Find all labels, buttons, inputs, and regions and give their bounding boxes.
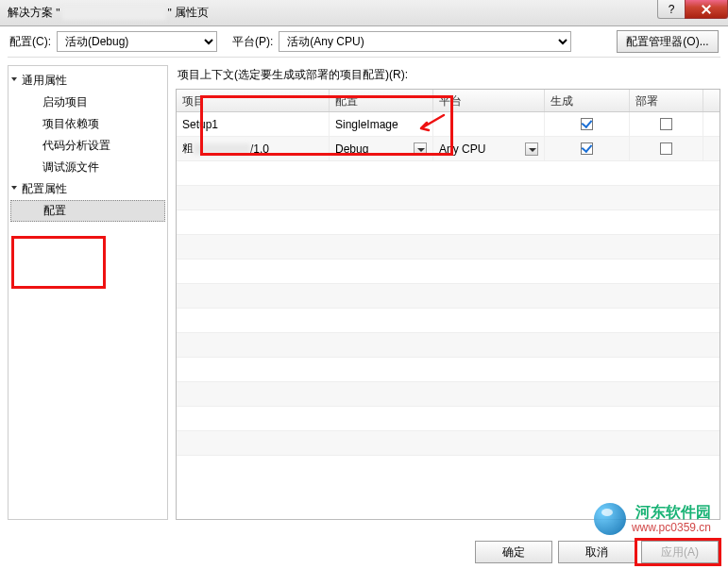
tree-startup[interactable]: 启动项目	[10, 92, 165, 113]
watermark: 河东软件园 www.pc0359.cn	[594, 503, 711, 535]
col-build[interactable]: 生成	[545, 90, 630, 111]
deploy-checkbox[interactable]	[660, 118, 672, 130]
config-label: 配置(C):	[9, 34, 51, 50]
help-button[interactable]: ?	[657, 0, 686, 19]
apply-button[interactable]: 应用(A)	[641, 541, 719, 563]
deploy-checkbox[interactable]	[660, 142, 672, 155]
watermark-name: 河东软件园	[632, 503, 711, 521]
context-label: 项目上下文(选定要生成或部署的项目配置)(R):	[178, 67, 720, 83]
annotation-arrow-icon	[415, 113, 446, 134]
col-platform[interactable]: 平台	[433, 90, 545, 111]
table-row[interactable]: Setup1 SingleImage	[177, 112, 720, 137]
close-icon	[702, 5, 711, 14]
tree-analysis[interactable]: 代码分析设置	[10, 135, 165, 157]
dropdown-icon[interactable]	[525, 142, 538, 156]
platform-select[interactable]: 活动(Any CPU)	[279, 31, 571, 52]
tree-config[interactable]: 配置	[10, 200, 165, 222]
cell-platform[interactable]: Any CPU	[433, 137, 545, 160]
title-redacted	[62, 7, 166, 20]
watermark-url: www.pc0359.cn	[632, 521, 711, 534]
tree-deps[interactable]: 项目依赖项	[10, 113, 165, 135]
cell-project: Setup1	[177, 112, 330, 136]
dialog-footer: 确定 取消 应用(A)	[475, 541, 719, 563]
col-project[interactable]: 项目	[177, 90, 330, 111]
tree-config-props[interactable]: 配置属性	[10, 178, 165, 200]
build-checkbox[interactable]	[581, 142, 593, 155]
cell-project: 粗/1.0	[177, 137, 330, 160]
nav-tree: 通用属性 启动项目 项目依赖项 代码分析设置 调试源文件 配置属性 配置	[8, 65, 168, 520]
cell-config[interactable]: Debug	[330, 137, 433, 160]
ok-button[interactable]: 确定	[475, 541, 552, 563]
dropdown-icon[interactable]	[414, 142, 427, 156]
config-select[interactable]: 活动(Debug)	[57, 31, 217, 52]
expand-icon	[11, 186, 17, 190]
col-deploy[interactable]: 部署	[630, 90, 703, 111]
table-row[interactable]: 粗/1.0 Debug Any CPU	[177, 137, 720, 161]
config-manager-button[interactable]: 配置管理器(O)...	[617, 30, 719, 53]
tree-common-props[interactable]: 通用属性	[10, 70, 165, 92]
platform-label: 平台(P):	[232, 34, 273, 50]
close-button[interactable]	[685, 0, 728, 19]
title-suffix: 属性页	[175, 5, 209, 21]
col-config[interactable]: 配置	[330, 90, 433, 111]
title-prefix: 解决方案	[8, 5, 53, 21]
config-toolbar: 配置(C): 活动(Debug) 平台(P): 活动(Any CPU) 配置管理…	[0, 26, 728, 57]
redacted	[194, 143, 250, 155]
tree-debug-src[interactable]: 调试源文件	[10, 157, 165, 178]
config-grid: 项目 配置 平台 生成 部署 Setup1 SingleImage 粗/1.0 …	[176, 89, 720, 520]
globe-icon	[594, 503, 626, 535]
title-bar: 解决方案 "" 属性页 ?	[0, 0, 728, 26]
expand-icon	[11, 77, 17, 81]
cancel-button[interactable]: 取消	[558, 541, 635, 563]
cell-platform[interactable]	[433, 112, 545, 136]
build-checkbox[interactable]	[581, 118, 593, 130]
